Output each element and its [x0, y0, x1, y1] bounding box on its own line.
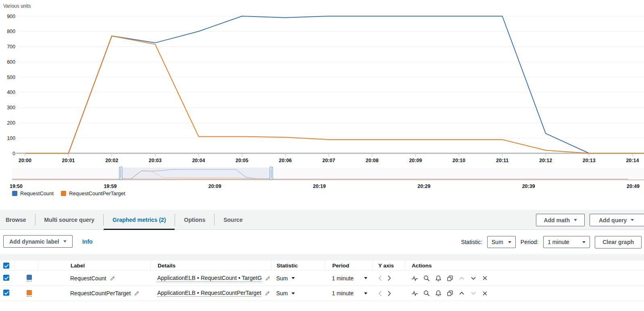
- chart-legend: RequestCount RequestCountPerTarget: [12, 190, 125, 196]
- metric-row-requestcount: RequestCount ApplicationELB • RequestCou…: [0, 270, 644, 286]
- svg-text:20:02: 20:02: [105, 158, 118, 163]
- svg-text:20:01: 20:01: [62, 158, 75, 163]
- svg-text:100: 100: [7, 136, 15, 141]
- row-checkbox[interactable]: [3, 275, 9, 281]
- metrics-panel: Browse Multi source query Graphed metric…: [0, 210, 644, 311]
- chevron-down-icon: [63, 240, 67, 242]
- row-period-dropdown[interactable]: 1 minute: [325, 290, 372, 296]
- yaxis-left-icon[interactable]: [378, 290, 383, 297]
- add-dynamic-label-button[interactable]: Add dynamic label: [3, 235, 73, 248]
- chevron-down-icon: [364, 292, 367, 294]
- svg-text:20:05: 20:05: [236, 158, 248, 163]
- edit-pencil-icon[interactable]: [110, 276, 115, 281]
- metric-details[interactable]: ApplicationELB • RequestCount • TargetG: [157, 275, 262, 282]
- svg-text:200: 200: [7, 120, 15, 126]
- svg-text:900: 900: [7, 14, 15, 19]
- yaxis-right-icon[interactable]: [387, 275, 392, 282]
- period-column-header: Period: [325, 261, 372, 270]
- svg-text:19:50: 19:50: [10, 184, 23, 189]
- chevron-down-icon: [631, 219, 634, 221]
- cloudwatch-metrics-view: Various units 01002003004005006007008009…: [0, 0, 644, 311]
- yaxis-left-icon[interactable]: [378, 275, 383, 282]
- svg-text:0: 0: [13, 151, 15, 157]
- details-column-header: Details: [150, 261, 271, 270]
- tab-options[interactable]: Options: [175, 210, 214, 230]
- chevron-down-icon: [364, 277, 367, 279]
- info-link[interactable]: Info: [82, 238, 93, 245]
- svg-text:20:12: 20:12: [539, 158, 552, 163]
- chevron-down-icon: [582, 241, 586, 243]
- add-math-button[interactable]: Add math: [536, 214, 585, 226]
- svg-text:20:04: 20:04: [192, 158, 205, 163]
- metric-color-picker[interactable]: [20, 290, 38, 297]
- search-icon[interactable]: [423, 275, 430, 282]
- alarm-bell-icon[interactable]: [435, 290, 442, 296]
- svg-text:20:14: 20:14: [626, 158, 639, 163]
- legend-swatch-orange: [61, 191, 66, 196]
- alarm-bell-icon[interactable]: [435, 275, 442, 282]
- period-select[interactable]: 1 minute: [543, 236, 590, 248]
- tab-multi-source-query[interactable]: Multi source query: [35, 210, 103, 230]
- svg-text:20:08: 20:08: [366, 158, 379, 163]
- svg-text:800: 800: [7, 29, 15, 34]
- legend-item-requestcountpertarget[interactable]: RequestCountPerTarget: [61, 190, 125, 196]
- metric-color-swatch: [27, 290, 32, 295]
- statistic-label: Statistic:: [461, 239, 482, 245]
- duplicate-icon[interactable]: [447, 275, 453, 282]
- clear-graph-button[interactable]: Clear graph: [595, 236, 642, 248]
- metric-label: RequestCount: [70, 275, 106, 282]
- legend-item-requestcount[interactable]: RequestCount: [12, 190, 54, 196]
- svg-text:20:09: 20:09: [208, 184, 221, 189]
- remove-metric-icon[interactable]: [482, 290, 488, 296]
- move-up-icon[interactable]: [459, 290, 465, 296]
- tab-browse[interactable]: Browse: [5, 210, 35, 230]
- legend-label: RequestCountPerTarget: [69, 190, 125, 196]
- svg-text:20:11: 20:11: [496, 158, 509, 163]
- svg-text:20:06: 20:06: [279, 158, 292, 163]
- actions-column-header: Actions: [404, 261, 644, 270]
- metric-color-picker[interactable]: [20, 275, 38, 282]
- graph-this-metric-icon[interactable]: [411, 275, 418, 282]
- add-query-button[interactable]: Add query: [590, 214, 644, 226]
- search-icon[interactable]: [423, 290, 430, 296]
- select-all-checkbox[interactable]: [3, 263, 9, 269]
- row-period-dropdown[interactable]: 1 minute: [325, 275, 372, 282]
- period-label: Period:: [521, 239, 538, 245]
- chevron-down-icon: [292, 277, 295, 279]
- graph-this-metric-icon[interactable]: [411, 290, 418, 296]
- move-down-icon[interactable]: [470, 275, 477, 282]
- edit-pencil-icon[interactable]: [265, 290, 270, 296]
- timeline-brush[interactable]: 19:5019:5920:0920:1920:2920:3920:49: [0, 165, 644, 190]
- move-up-icon[interactable]: [459, 275, 465, 282]
- svg-text:600: 600: [7, 59, 15, 65]
- metrics-toolbar: Add dynamic label Info Statistic: Sum Pe…: [0, 230, 644, 254]
- edit-pencil-icon[interactable]: [265, 276, 271, 281]
- metrics-line-chart[interactable]: 010020030040050060070080090020:0020:0120…: [0, 0, 644, 164]
- row-checkbox[interactable]: [3, 290, 9, 296]
- yaxis-right-icon[interactable]: [387, 290, 392, 297]
- statistic-select[interactable]: Sum: [487, 236, 516, 248]
- svg-text:20:00: 20:00: [19, 158, 31, 163]
- statistic-column-header: Statistic: [271, 261, 325, 270]
- row-statistic-dropdown[interactable]: Sum: [271, 275, 325, 282]
- chevron-down-icon: [292, 292, 295, 294]
- remove-metric-icon[interactable]: [482, 275, 488, 281]
- legend-swatch-blue: [12, 191, 17, 196]
- svg-text:20:13: 20:13: [583, 158, 596, 163]
- tab-graphed-metrics[interactable]: Graphed metrics (2): [103, 210, 175, 230]
- svg-text:20:29: 20:29: [417, 184, 430, 189]
- label-column-header: Label: [38, 261, 150, 270]
- metric-details[interactable]: ApplicationELB • RequestCountPerTarget: [157, 290, 261, 297]
- toolbar-right-group: Statistic: Sum Period: 1 minute Clear gr…: [461, 236, 642, 248]
- duplicate-icon[interactable]: [447, 290, 453, 296]
- color-column-header: [15, 261, 38, 270]
- chevron-down-icon: [574, 219, 577, 221]
- svg-text:20:07: 20:07: [322, 158, 335, 163]
- legend-label: RequestCount: [20, 190, 54, 196]
- metric-color-swatch: [27, 275, 32, 280]
- table-top-strip: [0, 254, 644, 261]
- edit-pencil-icon[interactable]: [134, 290, 140, 296]
- tab-source[interactable]: Source: [214, 210, 251, 230]
- row-statistic-dropdown[interactable]: Sum: [271, 290, 325, 296]
- move-down-icon[interactable]: [470, 290, 477, 296]
